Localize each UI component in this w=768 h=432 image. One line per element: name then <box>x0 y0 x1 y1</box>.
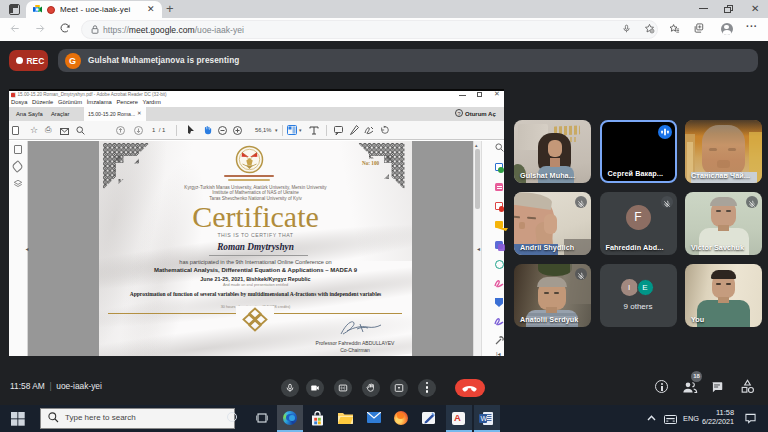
svg-text:W: W <box>480 415 487 422</box>
